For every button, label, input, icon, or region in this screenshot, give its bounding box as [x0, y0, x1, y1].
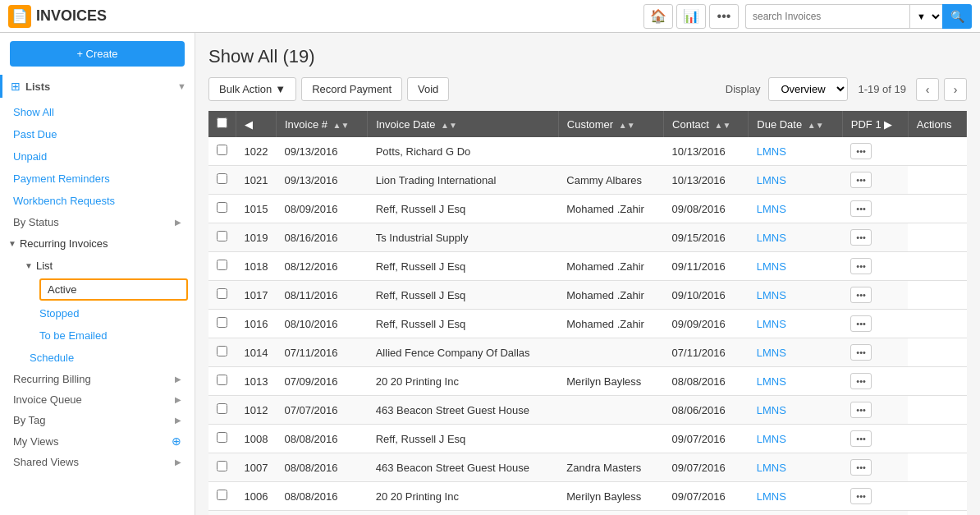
- row-actions-button[interactable]: •••: [850, 315, 872, 332]
- row-pdf[interactable]: LMNS: [749, 367, 843, 396]
- app-icon: 📄: [8, 5, 31, 28]
- recurring-invoices-header[interactable]: ▼ Recurring Invoices: [0, 232, 195, 255]
- row-pdf[interactable]: LMNS: [749, 137, 843, 166]
- search-button[interactable]: 🔍: [942, 4, 972, 29]
- row-actions-button[interactable]: •••: [850, 430, 872, 447]
- sidebar-item-schedule[interactable]: Schedule: [16, 347, 195, 369]
- create-button[interactable]: + Create: [10, 41, 185, 67]
- row-actions-button[interactable]: •••: [850, 459, 872, 476]
- my-views-add-icon[interactable]: ⊕: [172, 435, 181, 448]
- row-checkbox[interactable]: [217, 231, 227, 241]
- sidebar-item-active[interactable]: Active: [39, 278, 188, 301]
- row-invoice-date: 08/08/2016: [276, 425, 367, 453]
- row-checkbox[interactable]: [217, 260, 227, 270]
- row-pdf[interactable]: LMNS: [749, 223, 843, 252]
- row-pdf[interactable]: LMNS: [749, 166, 843, 195]
- row-actions-button[interactable]: •••: [850, 143, 872, 159]
- row-customer: 20 20 Printing Inc: [368, 482, 559, 511]
- row-invoice-num: 1014: [236, 338, 277, 367]
- row-actions-button[interactable]: •••: [850, 344, 872, 361]
- sidebar-item-my-views[interactable]: My Views ⊕: [0, 430, 195, 452]
- invoice-date-col: Invoice Date ▲▼: [368, 111, 559, 137]
- search-input[interactable]: [745, 4, 909, 29]
- row-customer: Reff, Russell J Esq: [368, 425, 559, 453]
- row-checkbox[interactable]: [217, 317, 227, 328]
- page-prev-button[interactable]: ‹: [916, 78, 939, 101]
- row-checkbox[interactable]: [217, 403, 227, 414]
- row-checkbox[interactable]: [217, 288, 227, 299]
- row-checkbox[interactable]: [217, 432, 227, 443]
- row-pdf[interactable]: LMNS: [749, 252, 843, 281]
- invoices-table: ◀ Invoice # ▲▼ Invoice Date ▲▼ Customer …: [208, 111, 967, 515]
- display-select[interactable]: Overview: [768, 77, 848, 101]
- row-checkbox[interactable]: [217, 346, 227, 356]
- my-views-label: My Views: [13, 435, 58, 448]
- home-button[interactable]: 🏠: [643, 4, 673, 29]
- row-actions-button[interactable]: •••: [850, 229, 872, 246]
- pagination-info: 1-19 of 19: [858, 83, 906, 95]
- table-row: 1021 09/13/2016 Lion Trading Internation…: [208, 166, 967, 195]
- row-checkbox[interactable]: [217, 490, 227, 500]
- sidebar-item-recurring-billing[interactable]: Recurring Billing ▶: [0, 369, 195, 389]
- row-actions-button[interactable]: •••: [850, 488, 872, 504]
- sidebar-item-unpaid[interactable]: Unpaid: [0, 145, 195, 168]
- list-collapse-arrow: ▼: [25, 261, 33, 270]
- more-button[interactable]: •••: [709, 4, 739, 29]
- row-customer: 20 20 Printing Inc: [368, 367, 559, 396]
- row-actions-button[interactable]: •••: [850, 258, 872, 274]
- row-actions: •••: [842, 396, 908, 425]
- select-all-checkbox[interactable]: [217, 117, 227, 128]
- row-invoice-date: 08/16/2016: [276, 223, 367, 252]
- row-customer: Ts Industrial Supply: [368, 223, 559, 252]
- row-pdf[interactable]: LMNS: [749, 281, 843, 310]
- search-dropdown[interactable]: ▼: [909, 4, 942, 29]
- row-checkbox[interactable]: [217, 145, 227, 155]
- sidebar-item-workbench-requests[interactable]: Workbench Requests: [0, 190, 195, 212]
- row-pdf[interactable]: LMNS: [749, 425, 843, 453]
- sidebar-item-by-tag[interactable]: By Tag ▶: [0, 410, 195, 430]
- row-contact: Merilyn Bayless: [558, 367, 663, 396]
- row-pdf[interactable]: LMNS: [749, 482, 843, 511]
- toolbar: Bulk Action ▼ Record Payment Void Displa…: [208, 77, 967, 101]
- sidebar-item-to-be-emailed[interactable]: To be Emailed: [33, 324, 195, 347]
- row-pdf[interactable]: LMNS: [749, 338, 843, 367]
- row-checkbox[interactable]: [217, 173, 227, 184]
- row-pdf[interactable]: LMNS: [749, 453, 843, 482]
- row-invoice-date: 08/12/2016: [276, 252, 367, 281]
- row-invoice-date: 08/09/2016: [276, 195, 367, 223]
- row-pdf[interactable]: LMNS: [749, 396, 843, 425]
- sidebar-item-past-due[interactable]: Past Due: [0, 123, 195, 145]
- row-actions-button[interactable]: •••: [850, 172, 872, 188]
- sidebar-item-payment-reminders[interactable]: Payment Reminders: [0, 168, 195, 190]
- row-actions: •••: [842, 453, 908, 482]
- row-actions-button[interactable]: •••: [850, 402, 872, 418]
- row-actions-button[interactable]: •••: [850, 200, 872, 217]
- sidebar-lists-section[interactable]: ⊞ Lists ▼: [0, 75, 195, 98]
- bulk-action-button[interactable]: Bulk Action ▼: [208, 77, 296, 101]
- row-checkbox[interactable]: [217, 461, 227, 471]
- chart-button[interactable]: 📊: [676, 4, 706, 29]
- row-due-date: 08/06/2016: [664, 396, 749, 425]
- record-payment-button[interactable]: Record Payment: [301, 77, 402, 101]
- row-pdf[interactable]: LMNS: [749, 195, 843, 223]
- page-next-button[interactable]: ›: [944, 78, 967, 101]
- row-pdf[interactable]: LMNS: [749, 511, 843, 516]
- row-actions: •••: [842, 137, 908, 166]
- row-actions-button[interactable]: •••: [850, 373, 872, 389]
- shared-views-label: Shared Views: [13, 456, 79, 468]
- recurring-billing-arrow: ▶: [175, 375, 181, 384]
- sidebar-item-stopped[interactable]: Stopped: [33, 302, 195, 324]
- row-checkbox[interactable]: [217, 375, 227, 385]
- sidebar-item-show-all[interactable]: Show All: [0, 101, 195, 123]
- list-header[interactable]: ▼ List: [16, 255, 195, 277]
- sidebar-item-shared-views[interactable]: Shared Views ▶: [0, 452, 195, 472]
- row-customer: Lion Trading International: [368, 166, 559, 195]
- sidebar-item-by-status[interactable]: By Status ▶: [0, 212, 195, 232]
- row-checkbox[interactable]: [217, 202, 227, 213]
- row-actions-button[interactable]: •••: [850, 287, 872, 303]
- row-customer: 463 Beacon Street Guest House: [368, 396, 559, 425]
- void-button[interactable]: Void: [407, 77, 449, 101]
- sidebar-item-invoice-queue[interactable]: Invoice Queue ▶: [0, 389, 195, 410]
- row-checkbox-cell: [208, 396, 236, 425]
- row-pdf[interactable]: LMNS: [749, 310, 843, 338]
